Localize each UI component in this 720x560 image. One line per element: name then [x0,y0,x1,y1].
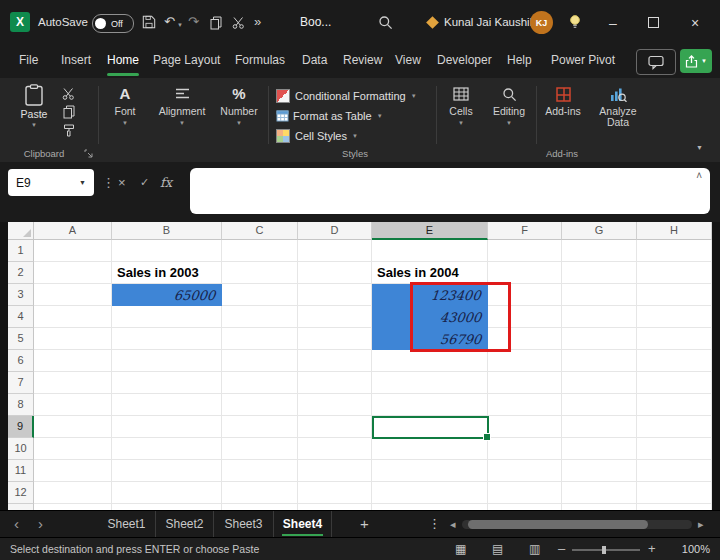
column-header-e[interactable]: E [372,222,488,240]
zoom-slider-thumb[interactable] [602,546,606,554]
dialog-launcher-icon[interactable] [84,149,93,158]
tab-home[interactable]: Home [104,45,142,78]
sheet-nav-right-icon[interactable]: › [38,511,43,538]
addins-button[interactable]: Add-ins [540,85,586,117]
copy-icon[interactable] [210,16,222,30]
search-icon[interactable] [378,15,393,30]
format-as-table-button[interactable]: Format as Table ▼ [276,107,383,125]
tab-power-pivot[interactable]: Power Pivot [548,45,618,78]
sheet-tab-sheet4[interactable]: Sheet4 [274,511,332,538]
paste-button[interactable]: Paste ▼ [12,84,56,128]
sheet-tab-sheet3[interactable]: Sheet3 [214,511,274,538]
row-header-3[interactable]: 3 [8,284,34,306]
save-icon[interactable] [142,15,156,29]
column-header-a[interactable]: A [34,222,112,240]
tab-view[interactable]: View [392,45,424,78]
zoom-out-icon[interactable]: – [558,538,565,560]
column-header-h[interactable]: H [637,222,712,240]
cancel-icon[interactable]: × [118,169,126,196]
user-avatar[interactable]: KJ [530,11,553,34]
cut-icon[interactable] [232,16,245,29]
minimize-button[interactable]: – [596,0,630,45]
row-header-7[interactable]: 7 [8,372,34,394]
zoom-in-icon[interactable]: + [648,538,656,560]
column-header-b[interactable]: B [112,222,222,240]
font-group-button[interactable]: A Font ▼ [102,85,148,126]
more-options-icon[interactable]: ⋮ [102,169,115,196]
excel-logo-icon[interactable]: X [10,12,30,32]
normal-view-icon[interactable]: ▦ [455,538,466,560]
share-button[interactable]: ▼ [680,49,712,73]
row-header-5[interactable]: 5 [8,328,34,350]
collapse-formula-bar-icon[interactable]: ˄ [696,170,702,181]
column-header-c[interactable]: C [222,222,298,240]
scrollbar-thumb[interactable] [468,520,648,529]
page-layout-view-icon[interactable]: ▤ [492,538,503,560]
row-header-1[interactable]: 1 [8,240,34,262]
column-header-d[interactable]: D [298,222,372,240]
tab-insert[interactable]: Insert [58,45,94,78]
row-header-11[interactable]: 11 [8,460,34,482]
user-name[interactable]: Kunal Jai Kaushik [444,0,535,45]
cell-e2[interactable]: Sales in 2004 [372,262,488,284]
scroll-left-icon[interactable]: ◂ [450,511,456,538]
insert-function-button[interactable]: fx [160,169,172,196]
zoom-level[interactable]: 100% [682,538,710,560]
cut-icon[interactable] [62,87,75,100]
tab-page-layout[interactable]: Page Layout [150,45,223,78]
copy-icon[interactable] [63,105,75,119]
formula-input[interactable]: ˄ [190,168,710,214]
lightbulb-icon[interactable] [568,14,582,30]
number-group-button[interactable]: % Number ▼ [214,85,264,126]
row-header-12[interactable]: 12 [8,482,34,504]
sheet-tab-sheet1[interactable]: Sheet1 [98,511,156,538]
maximize-button[interactable] [636,0,670,45]
scroll-right-icon[interactable]: ▸ [698,511,704,538]
tab-help[interactable]: Help [504,45,535,78]
row-header-2[interactable]: 2 [8,262,34,284]
row-header-8[interactable]: 8 [8,394,34,416]
autosave-toggle[interactable]: Off [92,14,134,33]
row-header-6[interactable]: 6 [8,350,34,372]
selected-cell-e9[interactable] [372,416,489,439]
fill-handle[interactable] [483,433,491,441]
analyze-data-button[interactable]: Analyze Data [592,85,644,128]
editing-group-button[interactable]: Editing ▼ [486,85,532,126]
group-separator [436,86,437,144]
cells-group-button[interactable]: Cells ▼ [440,85,482,126]
tab-file[interactable]: File [16,45,41,78]
row-header-9[interactable]: 9 [8,416,34,438]
comment-button[interactable] [636,49,676,75]
close-button[interactable]: × [678,0,712,45]
add-sheet-button[interactable]: + [360,511,369,538]
tab-review[interactable]: Review [340,45,385,78]
sheet-nav-left-icon[interactable]: ‹ [14,511,19,538]
name-box[interactable]: E9 ▼ [8,169,94,196]
cell-styles-button[interactable]: Cell Styles ▼ [276,127,358,145]
undo-icon[interactable]: ↶ [164,0,175,45]
zoom-slider[interactable] [572,549,640,551]
sheet-options-icon[interactable]: ⋮ [428,511,441,538]
redo-icon[interactable]: ↷ [188,0,199,45]
alignment-group-button[interactable]: Alignment ▼ [154,85,210,126]
undo-dropdown-icon[interactable]: ▼ [177,0,183,45]
worksheet-grid[interactable]: A B C D E F G H 1 2 3 4 5 6 7 8 9 10 11 … [8,222,712,510]
page-break-view-icon[interactable]: ▥ [529,538,540,560]
cell-b3[interactable]: 65000 [112,284,222,306]
overflow-icon[interactable]: » [254,0,261,45]
tab-data[interactable]: Data [299,45,330,78]
column-header-f[interactable]: F [488,222,562,240]
cell-b2[interactable]: Sales in 2003 [112,262,222,284]
sheet-tab-sheet2[interactable]: Sheet2 [156,511,214,538]
enter-icon[interactable]: ✓ [140,169,149,196]
column-header-g[interactable]: G [562,222,637,240]
horizontal-scrollbar[interactable] [462,520,692,529]
select-all-corner[interactable] [8,222,34,240]
row-header-10[interactable]: 10 [8,438,34,460]
conditional-formatting-button[interactable]: Conditional Formatting ▼ [276,87,417,105]
collapse-ribbon-icon[interactable]: ▼ [696,144,703,151]
row-header-4[interactable]: 4 [8,306,34,328]
tab-formulas[interactable]: Formulas [232,45,288,78]
format-painter-icon[interactable] [63,124,75,137]
tab-developer[interactable]: Developer [434,45,495,78]
